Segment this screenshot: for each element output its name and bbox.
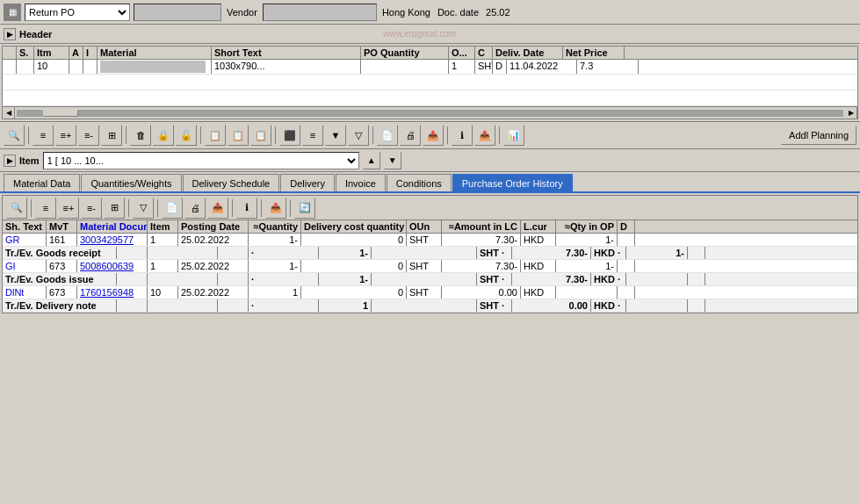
dr-shtext-grsub: Tr./Ev. Goods receipt: [3, 247, 117, 259]
dcol-header-mvt: MvT: [47, 220, 77, 233]
detail-btn-search[interactable]: 🔍: [6, 198, 27, 219]
detail-btn-list2[interactable]: ≡+: [58, 198, 79, 219]
detail-btn-list[interactable]: ≡: [35, 198, 56, 219]
dcol-header-amount: ≈Amount in LC: [442, 220, 521, 233]
detail-row-dlnt[interactable]: DlNt 673 1760156948 10 25.02.2022 1 0 SH…: [3, 286, 857, 299]
dr-oun-gr: SHT: [407, 234, 442, 246]
table-row[interactable]: 10 1030x790... 1 SHT D 11.04.2022 7.3: [3, 60, 857, 75]
detail-row-gi-subtotal: Tr./Ev. Goods issue · 1- SHT · 7.30- HKD…: [3, 273, 857, 286]
dr-matdoc-dlnt[interactable]: 1760156948: [77, 286, 148, 299]
toolbar-btn-5[interactable]: ⊞: [101, 125, 122, 146]
dcol-header-item: Item: [148, 220, 178, 233]
toolbar-btn-print[interactable]: 📄: [377, 125, 398, 146]
vendor-value: [263, 4, 377, 21]
detail-toolbar: 🔍 ≡ ≡+ ≡- ⊞ ▽ 📄 🖨 📤 ℹ 📤 🔄: [3, 196, 857, 220]
toolbar-btn-export[interactable]: 📤: [423, 125, 444, 146]
toolbar-sep-5: [372, 126, 373, 144]
detail-btn-refresh[interactable]: 🔄: [294, 198, 315, 219]
detail-sep-5: [261, 199, 262, 217]
toolbar-btn-filter[interactable]: ▼: [325, 125, 346, 146]
row-itm: 10: [34, 60, 69, 74]
detail-btn-box[interactable]: ⊞: [104, 198, 125, 219]
row-d: D: [493, 60, 507, 74]
toolbar-btn-export2[interactable]: 📤: [474, 125, 495, 146]
tab-invoice[interactable]: Invoice: [336, 174, 386, 191]
dcol-header-lcur: L.cur: [521, 220, 556, 233]
tab-quantities-weights[interactable]: Quantities/Weights: [81, 174, 181, 191]
toolbar-btn-copy1[interactable]: 📋: [205, 125, 226, 146]
doc-type-select[interactable]: Return PO: [25, 4, 130, 21]
detail-btn-info[interactable]: ℹ: [236, 198, 257, 219]
toolbar-sep-1: [28, 126, 29, 144]
toolbar-btn-info[interactable]: ℹ: [452, 125, 473, 146]
detail-sep-6: [290, 199, 291, 217]
toolbar-btn-lock1[interactable]: 🔒: [153, 125, 174, 146]
dr-shtext-gisub: Tr./Ev. Goods issue: [3, 273, 117, 285]
detail-grid-header: Sh. Text MvT Material Document Item Post…: [3, 220, 857, 234]
detail-btn-export[interactable]: 📤: [207, 198, 228, 219]
toolbar-btn-2[interactable]: ≡: [33, 125, 54, 146]
horizontal-scrollbar[interactable]: ◀ ▶: [3, 106, 857, 119]
header-section: ▶ Header www.erpgreat.com: [0, 25, 860, 44]
item-section: ▶ Item 1 [ 10 ... 10... ▲ ▼: [0, 149, 860, 172]
toolbar-btn-3[interactable]: ≡+: [55, 125, 76, 146]
row-material: [98, 60, 212, 74]
dr-delcost-dlntsub: [372, 299, 477, 312]
tabs-row: Material Data Quantities/Weights Deliver…: [0, 172, 860, 193]
scroll-thumb[interactable]: [43, 110, 78, 117]
scroll-right-btn[interactable]: ▶: [845, 107, 857, 119]
detail-btn-list3[interactable]: ≡-: [81, 198, 102, 219]
tab-conditions[interactable]: Conditions: [387, 174, 452, 191]
toolbar-btn-align2[interactable]: ≡: [302, 125, 323, 146]
detail-row-gi[interactable]: GI 673 5008600639 1 25.02.2022 1- 0 SHT …: [3, 260, 857, 273]
detail-btn-print[interactable]: 📄: [162, 198, 183, 219]
dr-delcost-gisub: [372, 273, 477, 285]
dr-postdate-grsub: ·: [249, 247, 319, 259]
dcol-header-oun: OUn: [407, 220, 442, 233]
dr-matdoc-gr[interactable]: 3003429577: [77, 234, 148, 246]
toolbar-btn-lock2[interactable]: 🔓: [176, 125, 197, 146]
row-check[interactable]: [3, 60, 17, 74]
detail-btn-print2[interactable]: 🖨: [184, 198, 206, 219]
tab-material-data[interactable]: Material Data: [4, 174, 80, 191]
nav-down-btn[interactable]: ▼: [384, 152, 401, 169]
header-expand-icon[interactable]: ▶: [4, 28, 16, 40]
tab-delivery[interactable]: Delivery: [280, 174, 335, 191]
dr-shtext-dlnt: DlNt: [3, 286, 47, 299]
dr-postdate-dlnt: 25.02.2022: [178, 286, 249, 299]
toolbar-btn-delete[interactable]: 🗑: [130, 125, 151, 146]
dr-postdate-gi: 25.02.2022: [178, 260, 249, 272]
toolbar-btn-copy2[interactable]: 📋: [228, 125, 249, 146]
dr-amount-dlnt: 0.00: [442, 286, 521, 299]
dr-delcost-grsub: [372, 247, 477, 259]
nav-up-btn[interactable]: ▲: [363, 152, 380, 169]
item-expand-icon[interactable]: ▶: [4, 155, 16, 167]
toolbar-btn-1[interactable]: 🔍: [4, 125, 25, 146]
detail-row-gr-subtotal: Tr./Ev. Goods receipt · 1- SHT · 7.30- H…: [3, 247, 857, 260]
toolbar-btn-align1[interactable]: ⬛: [279, 125, 300, 146]
scroll-left-btn[interactable]: ◀: [3, 107, 15, 119]
toolbar-btn-filter2[interactable]: ▽: [348, 125, 369, 146]
dr-matdoc-gi[interactable]: 5008600639: [77, 260, 148, 272]
dr-mvt-dlnt: 673: [47, 286, 77, 299]
tab-delivery-schedule[interactable]: Delivery Schedule: [183, 174, 280, 191]
dr-d-grsub: [688, 247, 705, 259]
dr-qtyop-gi: 1-: [556, 260, 618, 272]
addl-planning-button[interactable]: Addl Planning: [781, 126, 856, 145]
detail-btn-export2[interactable]: 📤: [265, 198, 286, 219]
detail-btn-filter[interactable]: ▽: [133, 198, 154, 219]
toolbar-btn-print2[interactable]: 🖨: [400, 125, 421, 146]
dr-mvt-gisub: [117, 273, 148, 285]
toolbar-btn-4[interactable]: ≡-: [78, 125, 99, 146]
toolbar-btn-chart[interactable]: 📊: [503, 125, 524, 146]
detail-row-gr[interactable]: GR 161 3003429577 1 25.02.2022 1- 0 SHT …: [3, 234, 857, 247]
dr-amount-grsub: 7.30-: [512, 247, 591, 259]
dr-mvt-dlntsub: [117, 299, 148, 312]
scroll-track[interactable]: [17, 110, 843, 117]
item-select[interactable]: 1 [ 10 ... 10...: [43, 152, 359, 169]
tab-purchase-order-history[interactable]: Purchase Order History: [452, 174, 573, 191]
watermark: www.erpgreat.com: [383, 29, 456, 39]
grid-header: S. Itm A I Material Short Text PO Quanti…: [3, 47, 857, 60]
dr-qty-grsub: 1-: [319, 247, 372, 259]
toolbar-btn-copy3[interactable]: 📋: [250, 125, 271, 146]
